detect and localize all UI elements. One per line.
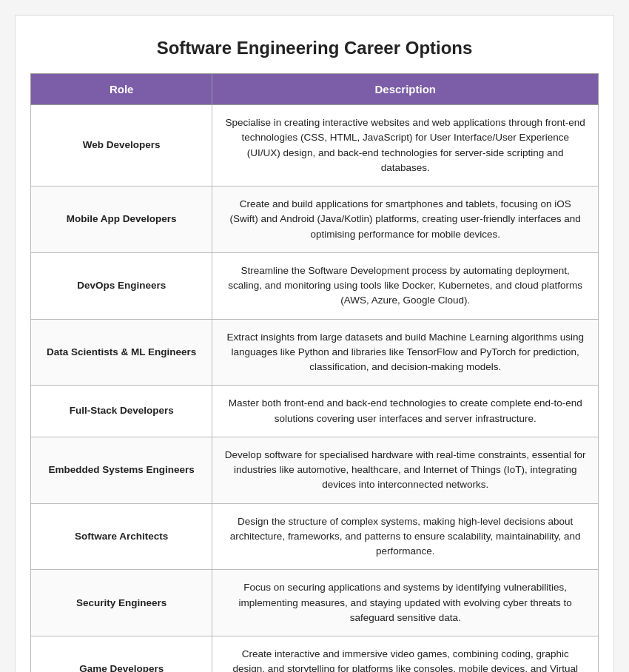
table-row: Embedded Systems EngineersDevelop softwa… <box>31 437 599 503</box>
table-header-row: Role Description <box>31 74 599 105</box>
column-header-description: Description <box>212 74 599 105</box>
role-cell: Web Developers <box>31 105 212 187</box>
table-row: DevOps EngineersStreamline the Software … <box>31 252 599 319</box>
table-row: Full-Stack DevelopersMaster both front-e… <box>31 386 599 437</box>
role-cell: DevOps Engineers <box>31 252 212 319</box>
role-cell: Full-Stack Developers <box>31 386 212 437</box>
description-cell: Extract insights from large datasets and… <box>212 319 599 386</box>
page-title: Software Engineering Career Options <box>30 38 599 58</box>
description-cell: Develop software for specialised hardwar… <box>212 437 599 503</box>
table-row: Software ArchitectsDesign the structure … <box>31 503 599 570</box>
description-cell: Design the structure of complex systems,… <box>212 503 599 570</box>
description-cell: Create interactive and immersive video g… <box>212 636 599 673</box>
description-cell: Create and build applications for smartp… <box>212 187 599 253</box>
role-cell: Embedded Systems Engineers <box>31 437 212 503</box>
role-cell: Mobile App Developers <box>31 187 212 253</box>
career-table: Role Description Web DevelopersSpecialis… <box>30 73 599 672</box>
description-cell: Master both front-end and back-end techn… <box>212 386 599 437</box>
table-row: Web DevelopersSpecialise in creating int… <box>31 105 599 187</box>
table-row: Data Scientists & ML EngineersExtract in… <box>31 319 599 386</box>
description-cell: Specialise in creating interactive websi… <box>212 105 599 187</box>
page-container: Software Engineering Career Options Role… <box>15 15 614 672</box>
role-cell: Software Architects <box>31 503 212 570</box>
table-row: Security EngineersFocus on securing appl… <box>31 570 599 636</box>
table-row: Mobile App DevelopersCreate and build ap… <box>31 187 599 253</box>
column-header-role: Role <box>31 74 212 105</box>
role-cell: Data Scientists & ML Engineers <box>31 319 212 386</box>
description-cell: Focus on securing applications and syste… <box>212 570 599 636</box>
role-cell: Security Engineers <box>31 570 212 636</box>
description-cell: Streamline the Software Development proc… <box>212 252 599 319</box>
role-cell: Game Developers <box>31 636 212 673</box>
table-row: Game DevelopersCreate interactive and im… <box>31 636 599 673</box>
